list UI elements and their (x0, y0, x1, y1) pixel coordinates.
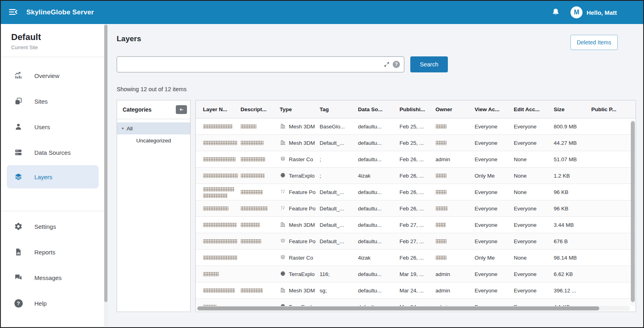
messages-icon (14, 273, 23, 282)
type-label: Mesh 3DM (289, 288, 315, 294)
categories-header: Categories (117, 100, 190, 119)
sidebar-item-users[interactable]: Users (2, 114, 104, 140)
categories-tree: ▾AllUncategorized (117, 119, 190, 146)
column-header-public-p[interactable]: Public P... (591, 106, 636, 112)
table-horizontal-scrollbar[interactable] (197, 306, 630, 311)
table-row[interactable]: TerraExplo116;defaultu...Mar 19, ...admi… (196, 266, 636, 282)
column-header-owner[interactable]: Owner (435, 106, 475, 112)
cell-data-source: defaultu... (358, 238, 400, 244)
cell-size: 98.14 MB (554, 255, 591, 261)
redacted-text (241, 190, 263, 194)
cell-tag: Default_... (320, 140, 358, 146)
cell-edit-access: Everyone (514, 238, 554, 244)
cell-edit-access: Everyone (514, 222, 554, 228)
redacted-text (203, 141, 237, 145)
cell-owner (435, 255, 475, 261)
table-row[interactable]: Mesh 3DMBaseGlo...defaultu...Feb 25, ...… (196, 118, 636, 135)
users-icon (14, 122, 23, 132)
site-block: Default Current Site (2, 24, 104, 50)
column-header-publishi[interactable]: Publishi... (400, 106, 435, 112)
cell-publishing-date: Mar 19, ... (400, 271, 435, 277)
category-item-uncategorized[interactable]: Uncategorized (117, 134, 190, 146)
cell-owner (435, 206, 475, 212)
table-row[interactable]: Mesh 3DMDefault_...defaultu...Feb 27, ..… (196, 217, 636, 233)
help-circle-icon[interactable]: ? (393, 61, 400, 68)
redacted-text (203, 206, 229, 211)
column-header-type[interactable]: Type (280, 106, 320, 112)
cell-publishing-date: Feb 26, ... (400, 206, 435, 212)
sidebar-item-messages[interactable]: Messages (2, 265, 104, 290)
avatar: M (570, 6, 582, 18)
cell-edit-access: Everyone (514, 271, 554, 277)
category-item-all[interactable]: ▾All (117, 122, 190, 134)
cell-publishing-date: Feb 26, ... (400, 255, 435, 261)
column-header-size[interactable]: Size (554, 106, 591, 112)
cell-owner (435, 238, 475, 244)
cell-tag: Default_... (320, 238, 358, 244)
page-title: Layers (117, 34, 141, 43)
redacted-text (435, 206, 447, 211)
table-row[interactable]: Raster Co;defaultu...Feb 26, ...adminEve… (196, 151, 636, 168)
table-horizontal-scrollbar-thumb[interactable] (197, 306, 599, 310)
column-header-view-ac[interactable]: View Ac... (475, 106, 514, 112)
deleted-items-button[interactable]: Deleted Items (570, 35, 618, 50)
column-header-tag[interactable]: Tag (320, 106, 358, 112)
sidebar-item-reports[interactable]: Reports (2, 239, 104, 265)
bell-icon[interactable] (551, 7, 561, 18)
type-label: Mesh 3DM (289, 222, 315, 228)
table-row[interactable]: Feature PoDefault_...defaultu...Feb 26, … (196, 184, 636, 200)
cell-owner: admin (435, 271, 475, 277)
cell-tag: Default_... (320, 189, 358, 195)
search-row: ? Search (117, 56, 448, 72)
sidebar-scrollbar[interactable] (104, 24, 108, 326)
expand-icon[interactable] (383, 61, 390, 68)
sidebar-item-overview[interactable]: Overview (2, 63, 104, 88)
user-menu[interactable]: M Hello, Matt (570, 6, 617, 18)
cell-description (241, 140, 280, 146)
sidebar-scrollbar-thumb[interactable] (104, 25, 107, 302)
tree-caret-icon[interactable]: ▾ (122, 126, 127, 130)
sidebar-item-data-sources[interactable]: Data Sources (2, 140, 104, 165)
search-adornments: ? (383, 61, 404, 68)
sidebar-item-label: Help (34, 300, 47, 307)
column-header-edit-acc[interactable]: Edit Acc... (514, 106, 554, 112)
column-header-layer-n[interactable]: Layer N... (203, 106, 241, 112)
cell-view-access: Everyone (475, 238, 514, 244)
top-bar: SkylineGlobe Server M Hello, Matt (1, 1, 643, 24)
table-row[interactable]: Feature PoDefault_...defaultu...Feb 27, … (196, 233, 636, 250)
sidebar-item-settings[interactable]: Settings (2, 214, 104, 239)
overview-icon (14, 71, 23, 80)
topbar-right: M Hello, Matt (551, 6, 643, 18)
table-row[interactable]: Feature PoDefault_...defaultu...Feb 26, … (196, 200, 636, 217)
table-vertical-scrollbar[interactable] (631, 120, 635, 305)
table-row[interactable]: Mesh 3DMsg;defaultu...Mar 24, ...adminEv… (196, 282, 636, 299)
sidebar-item-label: Users (34, 124, 50, 130)
search-input[interactable] (117, 57, 383, 72)
table-row[interactable]: Raster Co4izakFeb 26, ...Only MeNone98.1… (196, 250, 636, 266)
cell-data-source: defaultu... (358, 156, 400, 162)
search-button[interactable]: Search (410, 56, 448, 72)
categories-title: Categories (123, 106, 151, 113)
sidebar-item-layers[interactable]: Layers (7, 165, 99, 188)
column-header-data-so[interactable]: Data So... (358, 106, 400, 112)
layers-icon (14, 172, 23, 182)
cell-owner: admin (435, 288, 475, 294)
raster-icon (280, 254, 286, 262)
cell-description (241, 206, 280, 212)
collapse-menu-icon[interactable] (7, 6, 19, 18)
arrow-left-icon[interactable] (176, 105, 187, 114)
cell-view-access: Only Me (475, 255, 514, 261)
table-vertical-scrollbar-thumb[interactable] (631, 121, 635, 302)
terraexplorer-icon (280, 270, 286, 278)
sidebar-item-sites[interactable]: Sites (2, 88, 104, 114)
cell-size: 1.2 KB (554, 173, 591, 179)
type-label: TerraExplo (289, 173, 315, 179)
mesh-3dml-icon (280, 123, 286, 130)
table-row[interactable]: Mesh 3DMDefault_...defaultu...Feb 25, ..… (196, 135, 636, 151)
table-row[interactable]: TerraExplosg;defaultu...Mar 24, ...admin… (196, 299, 636, 306)
sidebar-item-help[interactable]: ?Help (2, 290, 104, 316)
table-row[interactable]: TerraExplo;4izakFeb 26, ...Only MeNone1.… (196, 168, 636, 184)
app-title: SkylineGlobe Server (26, 8, 94, 16)
cell-layer-name (203, 222, 241, 228)
column-header-descript[interactable]: Descript... (241, 106, 280, 112)
